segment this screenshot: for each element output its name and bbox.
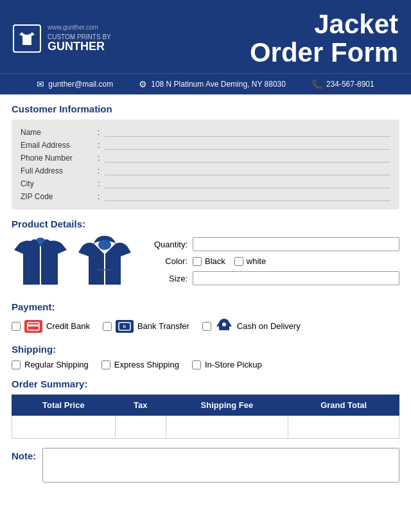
order-summary-table: Total Price Tax Shipping Fee Grand Total: [12, 395, 399, 439]
product-fields: Quantity: Color: Black white: [144, 235, 399, 290]
col-total-price: Total Price: [12, 395, 116, 416]
color-white-option[interactable]: white: [234, 256, 266, 266]
value-grand-total: [288, 416, 399, 439]
cash-delivery-icon: [215, 317, 233, 335]
info-value-city: [105, 179, 390, 188]
payment-cash-delivery-checkbox[interactable]: [202, 322, 211, 331]
color-white-checkbox[interactable]: [234, 257, 243, 266]
title-area: Jacket Order Form: [250, 10, 398, 67]
value-shipping-fee: [166, 416, 288, 439]
size-row: Size:: [144, 271, 399, 285]
info-value-name: [105, 128, 390, 137]
logo-text-wrap: www.gunther.com CUSTOM PRINTS BY GUNTHER: [48, 24, 111, 53]
contact-address: ⚙ 108 N Platinum Ave Deming, NY 88030: [139, 79, 286, 89]
info-label-city: City: [21, 179, 98, 188]
svg-text:B: B: [123, 324, 127, 328]
contact-bar: ✉ gunther@mail.com ⚙ 108 N Platinum Ave …: [0, 73, 411, 94]
shipping-express-label: Express Shipping: [114, 360, 179, 369]
note-label: Note:: [12, 448, 36, 461]
quantity-input[interactable]: [193, 237, 399, 251]
value-total-price: [12, 416, 116, 439]
payment-bank-transfer-checkbox[interactable]: [103, 322, 112, 331]
payment-section: Payment: Credit Bank B: [12, 301, 399, 335]
info-value-address: [105, 166, 390, 175]
color-black-label: Black: [205, 256, 225, 266]
product-body: Quantity: Color: Black white: [12, 235, 399, 292]
info-row-address: Full Address :: [21, 164, 390, 177]
shipping-title: Shipping:: [12, 344, 399, 355]
info-value-zip: [105, 192, 390, 201]
info-label-zip: ZIP Code: [21, 192, 98, 201]
quantity-row: Quantity:: [144, 237, 399, 251]
shipping-regular-checkbox[interactable]: [12, 360, 21, 369]
product-title: Product Details:: [12, 218, 399, 229]
note-textarea[interactable]: [42, 448, 399, 483]
color-white-label: white: [247, 256, 266, 266]
summary-data-row: [12, 416, 399, 439]
shipping-instore[interactable]: In-Store Pickup: [192, 360, 262, 369]
payment-cash-delivery[interactable]: Cash on Delivery: [202, 317, 301, 335]
size-input[interactable]: [193, 271, 399, 285]
shipping-express-checkbox[interactable]: [101, 360, 110, 369]
info-row-name: Name :: [21, 126, 390, 139]
logo-area: www.gunther.com CUSTOM PRINTS BY GUNTHER: [13, 24, 111, 53]
info-label-name: Name: [21, 128, 98, 137]
col-grand-total: Grand Total: [288, 395, 399, 416]
shipping-instore-label: In-Store Pickup: [205, 360, 262, 369]
color-black-option[interactable]: Black: [193, 256, 225, 266]
shipping-regular-label: Regular Shipping: [24, 360, 89, 369]
bank-transfer-icon: B: [116, 320, 134, 333]
info-value-phone: [105, 154, 390, 163]
payment-credit-bank-checkbox[interactable]: [12, 322, 21, 331]
order-summary-title: Order Summary:: [12, 378, 399, 389]
svg-rect-3: [28, 324, 39, 326]
email-icon: ✉: [37, 79, 44, 89]
info-row-phone: Phone Number :: [21, 152, 390, 164]
summary-header-row: Total Price Tax Shipping Fee Grand Total: [12, 395, 399, 416]
payment-credit-bank[interactable]: Credit Bank: [12, 320, 90, 333]
info-row-zip: ZIP Code :: [21, 190, 390, 203]
payment-title: Payment:: [12, 301, 399, 312]
shipping-options: Regular Shipping Express Shipping In-Sto…: [12, 360, 399, 369]
customer-info-section: Name : Email Address : Phone Number : Fu…: [12, 120, 399, 209]
bank-transfer-label: Bank Transfer: [137, 321, 189, 331]
page-title: Jacket Order Form: [250, 10, 398, 67]
contact-email: ✉ gunther@mail.com: [37, 79, 113, 89]
contact-phone: 📞 234-567-8901: [311, 79, 374, 89]
svg-point-6: [222, 323, 226, 326]
location-icon: ⚙: [139, 79, 147, 89]
product-section: Product Details:: [12, 218, 399, 292]
order-summary-section: Order Summary: Total Price Tax Shipping …: [12, 378, 399, 439]
info-label-address: Full Address: [21, 166, 98, 175]
shipping-instore-checkbox[interactable]: [192, 360, 201, 369]
col-tax: Tax: [115, 395, 166, 416]
jacket-icon-2: [76, 235, 134, 292]
info-label-email: Email Address: [21, 141, 98, 150]
shipping-section: Shipping: Regular Shipping Express Shipp…: [12, 344, 399, 369]
color-black-checkbox[interactable]: [193, 257, 202, 266]
shipping-express[interactable]: Express Shipping: [101, 360, 179, 369]
main-content: Customer Information Name : Email Addres…: [0, 94, 411, 498]
color-label: Color:: [144, 256, 188, 266]
info-row-email: Email Address :: [21, 139, 390, 152]
info-label-phone: Phone Number: [21, 154, 98, 163]
quantity-label: Quantity:: [144, 240, 188, 249]
payment-options: Credit Bank B Bank Transfer: [12, 317, 399, 335]
color-row: Color: Black white: [144, 256, 399, 266]
jacket-icons: [12, 235, 134, 292]
jacket-icon-1: [12, 235, 69, 292]
credit-bank-label: Credit Bank: [46, 321, 90, 331]
brand-name: GUNTHER: [48, 40, 111, 53]
color-options: Black white: [193, 256, 266, 266]
note-section: Note:: [12, 448, 399, 483]
shipping-regular[interactable]: Regular Shipping: [12, 360, 89, 369]
size-label: Size:: [144, 274, 188, 283]
logo-icon: [13, 24, 41, 53]
value-tax: [115, 416, 166, 439]
col-shipping-fee: Shipping Fee: [166, 395, 288, 416]
info-value-email: [105, 141, 390, 150]
payment-bank-transfer[interactable]: B Bank Transfer: [103, 320, 189, 333]
header: www.gunther.com CUSTOM PRINTS BY GUNTHER…: [0, 0, 411, 73]
info-row-city: City :: [21, 177, 390, 190]
svg-point-0: [98, 240, 111, 250]
